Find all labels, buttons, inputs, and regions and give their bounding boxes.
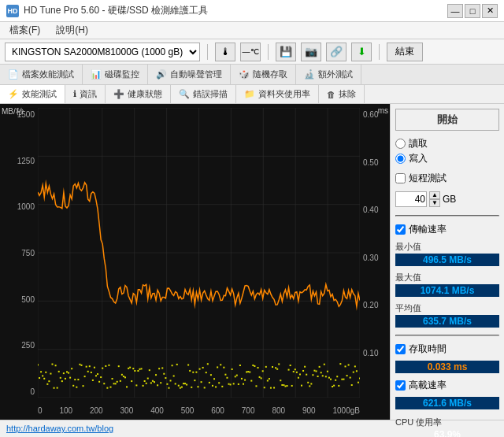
performance-chart [38,108,360,398]
drive-selector[interactable]: KINGSTON SA2000M81000G (1000 gB) [5,43,200,61]
access-time-label: 存取時間 [409,343,447,356]
cpu-section: CPU 使用率 63.9% [395,417,499,437]
read-label: 讀取 [409,137,428,150]
y-axis-left: MB/秒 1500 1250 1000 750 500 250 0 [0,110,38,396]
erase-icon: 🗑 [327,90,335,99]
gb-input[interactable] [395,191,427,207]
transfer-speed-checkbox-row: 傳輸速率 [395,223,499,236]
read-write-group: 讀取 寫入 [395,137,499,165]
top-nav-tabs: 📄 檔案效能測試 📊 磁碟監控 🔊 自動噪聲管理 🎲 隨機存取 🔬 額外測試 [0,65,504,85]
x-label-300: 300 [120,406,134,415]
burst-rate-label: 高載速率 [409,379,447,392]
menu-bar: 檔案(F) 說明(H) [0,22,504,39]
random-icon: 🎲 [239,69,250,80]
exit-button[interactable]: 結束 [387,43,423,61]
start-button[interactable]: 開始 [395,109,499,131]
download-icon-btn[interactable]: ⬇ [351,43,372,61]
max-stat: 最大值 1074.1 MB/s [395,272,499,299]
access-time-checkbox-row: 存取時間 [395,343,499,356]
toolbar: KINGSTON SA2000M81000G (1000 gB) 🌡 —℃ 💾 … [0,39,504,65]
y-right-0_20: 0.20 [363,301,378,309]
minimize-button[interactable]: — [447,4,463,18]
y-axis-right: ms 0.60 0.50 0.40 0.30 0.20 0.10 [360,110,390,396]
camera-icon-btn[interactable]: 📷 [301,43,321,61]
window-controls: — □ ✕ [447,4,498,18]
access-time-checkbox[interactable] [395,344,406,354]
short-test-label: 短程測試 [409,172,447,185]
extra-icon: 🔬 [304,69,315,80]
burst-rate-checkbox[interactable] [395,380,406,391]
y-label-500: 500 [21,295,35,304]
y-right-0_40: 0.40 [363,206,378,214]
y-right-0_10: 0.10 [363,349,378,357]
save-icon-btn[interactable]: 💾 [276,43,296,61]
tab-error-scan[interactable]: 🔍 錯誤掃描 [171,85,236,103]
file-perf-icon: 📄 [8,69,19,80]
write-label: 寫入 [409,152,428,165]
close-button[interactable]: ✕ [482,4,498,18]
write-radio[interactable] [395,154,406,164]
tab-info[interactable]: ℹ 資訊 [65,85,106,103]
noise-icon: 🔊 [156,69,167,80]
divider-1 [395,215,499,217]
burst-rate-checkbox-row: 高載速率 [395,379,499,392]
divider-2 [395,335,499,336]
x-axis: 0 100 200 300 400 500 600 700 800 900 10… [38,406,360,415]
health-icon: ➕ [113,89,124,99]
y-label-0: 0 [30,387,35,396]
info-icon: ℹ [73,89,76,99]
y-label-title-left: MB/秒 [2,106,24,117]
toolbar-separator-2 [268,44,269,60]
website-link[interactable]: http://hardaway.com.tw/blog [6,424,113,433]
link-icon-btn[interactable]: 🔗 [326,43,346,61]
tab-performance[interactable]: ⚡ 效能測試 [0,85,65,103]
toolbar-separator-3 [379,44,380,60]
tab-extra-tests[interactable]: 🔬 額外測試 [296,65,361,84]
spin-up[interactable]: ▲ [429,191,440,199]
max-value: 1074.1 MB/s [395,284,499,297]
short-test-checkbox[interactable] [395,173,406,183]
gb-unit-label: GB [443,194,456,205]
write-radio-label[interactable]: 寫入 [395,152,499,165]
cpu-value: 63.9% [395,429,499,437]
avg-label: 平均值 [395,302,499,314]
x-label-700: 700 [242,406,255,415]
tab-folder-usage[interactable]: 📁 資料夾使用率 [236,85,319,103]
read-radio[interactable] [395,139,406,149]
menu-file[interactable]: 檔案(F) [6,24,43,37]
menu-help[interactable]: 說明(H) [53,24,91,37]
title-bar: HD HD Tune Pro 5.60 - 硬碟/SSD 檢測維護工具 — □ … [0,0,504,22]
transfer-speed-label: 傳輸速率 [409,223,447,236]
cpu-label: CPU 使用率 [395,417,499,428]
tab-health[interactable]: ➕ 健康狀態 [106,85,171,103]
x-label-500: 500 [181,406,195,415]
min-label: 最小值 [395,241,499,253]
transfer-speed-checkbox[interactable] [395,224,406,235]
x-label-400: 400 [150,406,164,415]
tab-random-access[interactable]: 🎲 隨機存取 [231,65,296,84]
tab-erase[interactable]: 🗑 抹除 [319,85,365,103]
x-label-200: 200 [90,406,103,415]
y-label-1250: 1250 [17,157,35,165]
perf-icon: ⚡ [8,89,19,99]
temp-unit-btn[interactable]: —℃ [240,43,261,61]
y-label-1000: 1000 [17,202,35,211]
maximize-button[interactable]: □ [465,4,480,18]
scan-icon: 🔍 [179,89,190,99]
y-right-0_60: 0.60 [363,110,378,119]
spin-down[interactable]: ▼ [429,199,440,207]
gb-input-row: ▲ ▼ GB [395,191,499,207]
short-test-row: 短程測試 [395,172,499,185]
tab-noise-mgmt[interactable]: 🔊 自動噪聲管理 [148,65,231,84]
tab-file-performance[interactable]: 📄 檔案效能測試 [0,65,83,84]
disk-monitor-icon: 📊 [91,69,102,80]
x-label-800: 800 [272,406,285,415]
read-radio-label[interactable]: 讀取 [395,137,499,150]
x-label-1000: 1000gB [333,406,360,415]
temperature-icon-btn[interactable]: 🌡 [215,43,235,61]
x-label-900: 900 [302,406,316,415]
chart-area: MB/秒 1500 1250 1000 750 500 250 0 ms 0.6… [0,104,390,420]
tab-disk-monitor[interactable]: 📊 磁碟監控 [83,65,148,84]
access-time-value: 0.033 ms [395,361,499,373]
toolbar-separator-1 [207,44,208,60]
